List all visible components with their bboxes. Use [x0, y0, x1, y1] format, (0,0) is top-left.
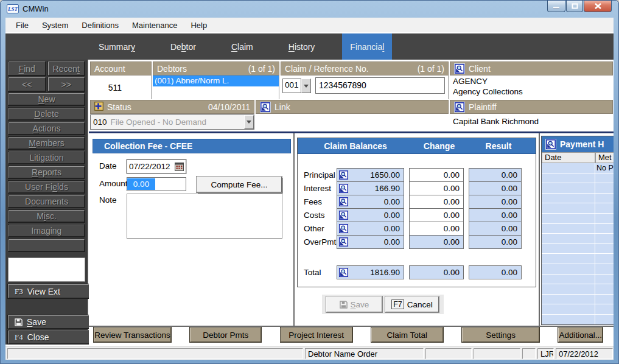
- sidebar-button[interactable]: Delete: [9, 108, 85, 120]
- title-bar[interactable]: LST CMWin: [1, 1, 618, 18]
- payment-row[interactable]: [542, 254, 614, 264]
- balance-field[interactable]: 0.00: [337, 222, 404, 236]
- change-field[interactable]: 0.00: [409, 195, 464, 209]
- payment-row[interactable]: [542, 315, 614, 325]
- payment-row[interactable]: [542, 244, 614, 254]
- payment-row[interactable]: [542, 183, 614, 194]
- bottom-button[interactable]: Review Transactions: [94, 327, 171, 342]
- lookup-icon[interactable]: [338, 210, 349, 220]
- balances-column-title: Claim Balances: [298, 141, 413, 151]
- total-balance-field[interactable]: 1816.90: [337, 265, 404, 279]
- payment-row[interactable]: [542, 234, 614, 244]
- sidebar-save-button[interactable]: Save: [8, 315, 90, 329]
- compute-fee-button[interactable]: Compute Fee...: [197, 177, 282, 192]
- cancel-button[interactable]: F7 Cancel: [385, 296, 439, 312]
- claim-seq-combo[interactable]: 001: [282, 79, 311, 93]
- change-field[interactable]: 0.00: [409, 208, 464, 222]
- sidebar-button[interactable]: Reports: [9, 166, 85, 178]
- sidebar-button[interactable]: Actions: [9, 122, 85, 135]
- fee-amount-field[interactable]: 0.00: [127, 177, 186, 191]
- sidebar-button[interactable]: Members: [9, 137, 85, 149]
- view-ext-button[interactable]: F3 View Ext: [8, 284, 90, 298]
- lookup-icon[interactable]: [338, 223, 349, 234]
- tab[interactable]: Summary: [91, 33, 143, 60]
- bottom-button[interactable]: Additional...: [558, 327, 603, 342]
- lookup-icon[interactable]: [338, 267, 349, 278]
- lookup-icon[interactable]: [338, 197, 349, 207]
- menu-item[interactable]: File: [9, 18, 35, 32]
- payment-method-column[interactable]: Met: [595, 152, 614, 163]
- change-field[interactable]: 0.00: [409, 168, 464, 182]
- sidebar-button[interactable]: Litigation: [9, 152, 85, 164]
- tab[interactable]: Debtor: [163, 33, 204, 60]
- payment-row[interactable]: [542, 284, 614, 295]
- lookup-icon[interactable]: [338, 237, 349, 247]
- next-record-button[interactable]: >>: [48, 77, 85, 91]
- status-folder-icon[interactable]: [94, 102, 103, 113]
- change-field[interactable]: 0.00: [409, 181, 464, 195]
- bottom-button[interactable]: Claim Total: [371, 327, 443, 342]
- sidebar-close-button[interactable]: F4 Close: [8, 331, 90, 344]
- payment-row[interactable]: [542, 295, 614, 305]
- sidebar-button[interactable]: Misc.: [9, 210, 85, 222]
- payment-row[interactable]: [542, 173, 614, 184]
- tab[interactable]: Claim: [223, 33, 261, 60]
- bottom-button[interactable]: Debtor Pmts: [190, 327, 261, 342]
- menu-item[interactable]: Definitions: [75, 18, 125, 32]
- find-button[interactable]: Find: [9, 61, 46, 75]
- claim-seq-value[interactable]: 001: [282, 79, 301, 93]
- change-field[interactable]: 0.00: [409, 222, 464, 236]
- payment-row[interactable]: [542, 275, 614, 285]
- sidebar-button[interactable]: Documents: [9, 195, 85, 208]
- plaintiff-lookup-icon[interactable]: [454, 102, 465, 113]
- lookup-icon[interactable]: [338, 183, 349, 194]
- payment-row[interactable]: [542, 203, 614, 214]
- payment-lookup-icon[interactable]: [545, 139, 556, 150]
- status-combo[interactable]: 010 File Opened - No Demand: [90, 114, 254, 130]
- tab[interactable]: History: [281, 33, 323, 60]
- bottom-button[interactable]: Project Interest: [281, 327, 352, 342]
- payment-date-column[interactable]: Date: [542, 152, 595, 163]
- balance-field[interactable]: 1650.00: [337, 168, 404, 182]
- bottom-button[interactable]: Settings: [462, 327, 539, 342]
- payment-row[interactable]: [542, 224, 614, 234]
- statusbar-segment: [522, 348, 536, 359]
- debtor-list-selected-item[interactable]: (001) Abner/Norm L.: [153, 75, 279, 86]
- maximize-button[interactable]: [566, 1, 583, 12]
- link-lookup-icon[interactable]: [260, 102, 271, 113]
- save-button[interactable]: Save: [326, 296, 382, 312]
- recent-button[interactable]: Recent: [48, 61, 85, 75]
- fee-date-field[interactable]: 07/22/2012: [127, 159, 186, 173]
- payment-rows: No P: [542, 163, 614, 325]
- sidebar-button[interactable]: [9, 239, 85, 251]
- tab[interactable]: Financial: [342, 33, 392, 60]
- change-field[interactable]: 0.00: [409, 235, 464, 249]
- payment-row[interactable]: [542, 194, 614, 204]
- menu-item[interactable]: Maintenance: [125, 18, 184, 32]
- balance-field[interactable]: 166.90: [337, 181, 404, 195]
- debtor-list[interactable]: (001) Abner/Norm L.: [153, 75, 279, 99]
- previous-record-button[interactable]: <<: [9, 77, 46, 91]
- reference-number-input[interactable]: 1234567890: [315, 77, 445, 94]
- menu-item[interactable]: System: [35, 18, 75, 32]
- sidebar-button[interactable]: New: [9, 93, 85, 105]
- calendar-icon[interactable]: [175, 163, 184, 171]
- payment-row[interactable]: No P: [542, 163, 614, 173]
- payment-row[interactable]: [542, 214, 614, 224]
- payment-row[interactable]: [542, 304, 614, 315]
- balance-field[interactable]: 0.00: [337, 235, 404, 249]
- client-lookup-icon[interactable]: [454, 63, 465, 74]
- minimize-button[interactable]: [547, 1, 565, 12]
- lookup-icon[interactable]: [338, 170, 349, 180]
- balance-field[interactable]: 0.00: [337, 195, 404, 209]
- payment-row[interactable]: [542, 264, 614, 275]
- status-dropdown-button[interactable]: [244, 115, 254, 129]
- sidebar-button[interactable]: Imaging: [9, 225, 85, 237]
- balance-field[interactable]: 0.00: [337, 208, 404, 222]
- fee-note-textarea[interactable]: [127, 194, 282, 239]
- close-button[interactable]: [584, 1, 612, 12]
- claim-seq-dropdown-button[interactable]: [301, 79, 311, 93]
- sidebar-button[interactable]: User Fields: [9, 181, 85, 193]
- balance-value: 0.00: [384, 211, 400, 220]
- menu-item[interactable]: Help: [184, 18, 214, 32]
